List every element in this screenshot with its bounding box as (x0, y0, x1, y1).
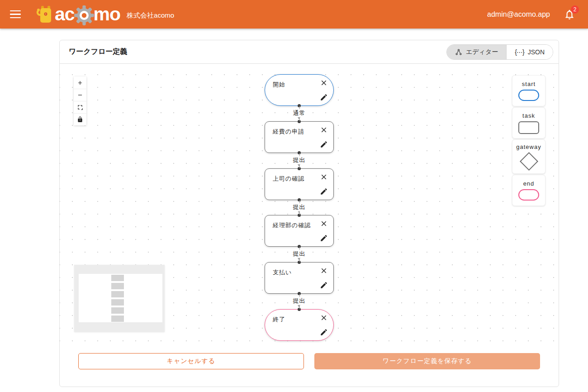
user-email: admin@acomo.app (487, 10, 550, 19)
workflow-canvas[interactable]: 開始 経費の申請 上司の確認 経理部の確認 支払い (60, 64, 559, 345)
edge-task3-to-task4[interactable]: 提出 (265, 247, 334, 262)
node-label: 上司の確認 (273, 175, 304, 183)
tab-json[interactable]: {⋯} JSON (506, 45, 553, 59)
mascot-icon (36, 4, 55, 25)
logo-text-suffix: mo (94, 5, 121, 24)
edge-label: 提出 (292, 156, 307, 164)
notifications-bell-icon[interactable]: 2 (564, 9, 575, 20)
minimap-viewport (79, 274, 162, 322)
acomo-logo[interactable]: ac mo (36, 3, 120, 26)
edit-pencil-icon[interactable] (320, 234, 328, 242)
start-shape-icon (518, 90, 539, 101)
edit-pencil-icon[interactable] (320, 93, 328, 101)
node-task-4[interactable]: 支払い (265, 262, 334, 294)
app-bar: ac mo 株式会社acomo admin@acomo.app (0, 0, 588, 29)
palette-item-task[interactable]: task (512, 107, 545, 139)
edit-pencil-icon[interactable] (320, 281, 328, 289)
minimap-node (111, 283, 124, 289)
palette-item-end[interactable]: end (512, 175, 545, 206)
node-start[interactable]: 開始 (265, 74, 334, 106)
close-icon[interactable] (320, 314, 328, 322)
tab-editor[interactable]: エディター (447, 45, 506, 59)
node-task-1[interactable]: 経費の申請 (265, 121, 334, 153)
minimap[interactable] (74, 265, 165, 332)
close-icon[interactable] (320, 220, 328, 228)
minimap-node (111, 291, 124, 297)
edit-pencil-icon[interactable] (320, 187, 328, 196)
end-shape-icon (518, 189, 539, 201)
logo-text-prefix: ac (55, 5, 75, 24)
node-label: 支払い (273, 268, 292, 277)
tab-json-label: JSON (528, 48, 545, 56)
view-toggle-group: エディター {⋯} JSON (446, 44, 553, 60)
node-label: 経理部の確認 (273, 221, 311, 229)
gateway-shape-icon (519, 152, 538, 170)
node-palette: start task gateway end (512, 75, 545, 207)
lock-interactivity-button[interactable] (74, 113, 86, 125)
edit-pencil-icon[interactable] (320, 328, 328, 336)
zoom-in-button[interactable] (74, 76, 86, 89)
workflow-definition-panel: ワークフロー定義 エディター {⋯} JSON 開始 (59, 40, 559, 387)
canvas-controls (74, 76, 86, 125)
minimap-node (111, 275, 124, 281)
tab-editor-label: エディター (466, 48, 498, 56)
json-icon: {⋯} (515, 48, 524, 56)
minimap-node (111, 316, 124, 322)
palette-label: end (523, 180, 535, 187)
edge-label: 提出 (292, 250, 307, 258)
company-name: 株式会社acomo (127, 11, 174, 20)
palette-item-start[interactable]: start (512, 75, 545, 106)
palette-label: gateway (516, 143, 541, 150)
cancel-button[interactable]: キャンセルする (78, 353, 304, 369)
node-task-2[interactable]: 上司の確認 (265, 168, 334, 200)
node-label: 開始 (273, 81, 285, 89)
node-label: 経費の申請 (273, 128, 304, 136)
minimap-node (111, 307, 124, 314)
fit-view-button[interactable] (74, 101, 86, 113)
edge-label: 提出 (292, 203, 307, 211)
edit-pencil-icon[interactable] (320, 140, 328, 148)
close-icon[interactable] (320, 79, 328, 87)
save-workflow-button[interactable]: ワークフロー定義を保存する (314, 353, 540, 369)
close-icon[interactable] (320, 267, 328, 275)
node-label: 終了 (273, 316, 285, 324)
graph-icon (455, 48, 462, 56)
edge-label: 提出 (292, 297, 307, 305)
edge-start-to-task1[interactable]: 通常 (265, 106, 334, 121)
node-task-3[interactable]: 経理部の確認 (265, 215, 334, 247)
task-shape-icon (518, 121, 539, 134)
palette-label: start (522, 81, 536, 87)
palette-item-gateway[interactable]: gateway (512, 139, 545, 174)
minimap-node (111, 299, 124, 306)
close-icon[interactable] (320, 173, 328, 181)
edge-task1-to-task2[interactable]: 提出 (265, 153, 334, 168)
notification-badge: 2 (571, 5, 579, 14)
edge-task4-to-end[interactable]: 提出 (265, 294, 334, 309)
edge-task2-to-task3[interactable]: 提出 (265, 200, 334, 215)
edge-label: 通常 (292, 109, 307, 117)
close-icon[interactable] (320, 126, 328, 134)
menu-icon[interactable] (10, 9, 21, 20)
zoom-out-button[interactable] (74, 89, 86, 101)
gear-icon (74, 5, 95, 26)
page-title: ワークフロー定義 (69, 47, 128, 57)
palette-label: task (522, 112, 535, 119)
node-end[interactable]: 終了 (265, 309, 334, 341)
